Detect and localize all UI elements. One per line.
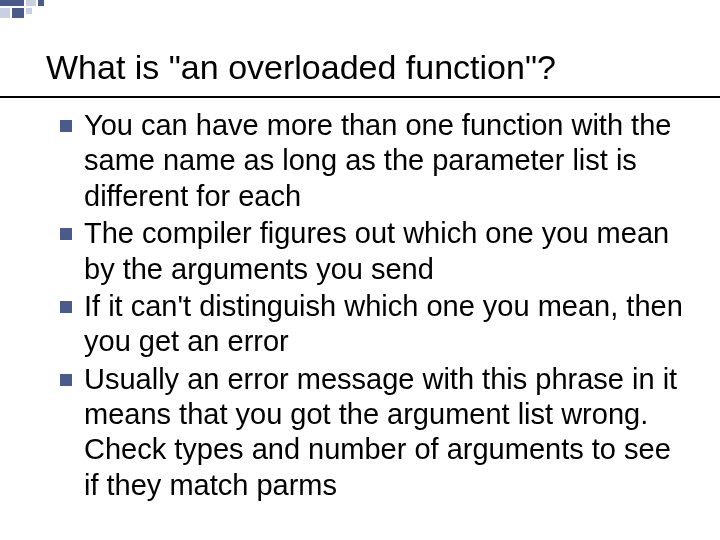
bullet-text: You can have more than one function with… — [84, 108, 690, 214]
bullet-list: You can have more than one function with… — [60, 108, 690, 505]
list-item: Usually an error message with this phras… — [60, 362, 690, 504]
list-item: The compiler figures out which one you m… — [60, 216, 690, 287]
slide-title: What is "an overloaded function"? — [46, 48, 556, 87]
bullet-text: Usually an error message with this phras… — [84, 362, 690, 504]
square-bullet-icon — [60, 120, 72, 132]
square-bullet-icon — [60, 301, 72, 313]
square-bullet-icon — [60, 374, 72, 386]
slide: What is "an overloaded function"? You ca… — [0, 0, 720, 540]
square-bullet-icon — [60, 228, 72, 240]
bullet-text: If it can't distinguish which one you me… — [84, 289, 690, 360]
list-item: If it can't distinguish which one you me… — [60, 289, 690, 360]
title-underline — [0, 96, 720, 98]
list-item: You can have more than one function with… — [60, 108, 690, 214]
corner-decoration — [0, 0, 56, 22]
bullet-text: The compiler figures out which one you m… — [84, 216, 690, 287]
